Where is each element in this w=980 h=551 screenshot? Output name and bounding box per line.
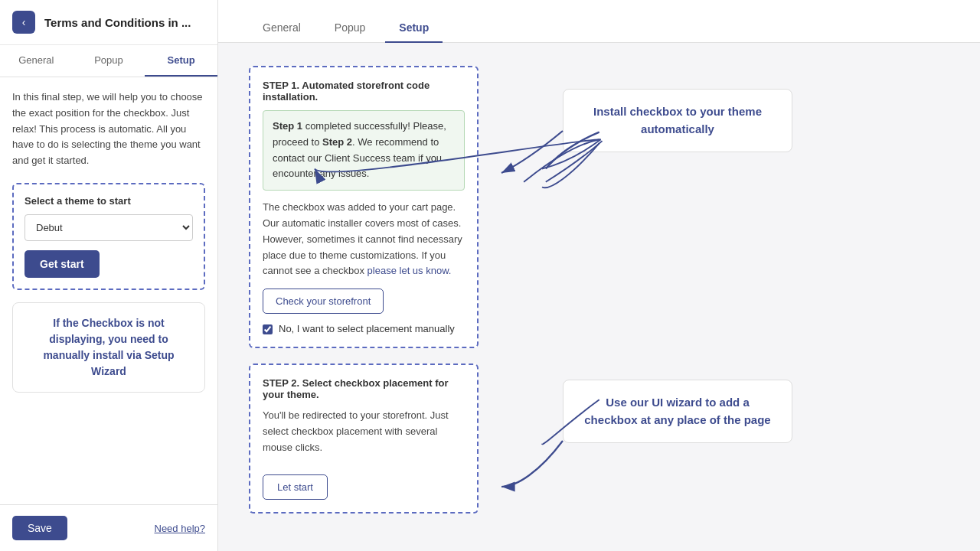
sidebar-tab-popup[interactable]: Popup [73,45,145,77]
step2-header: STEP 2. Select checkbox placement for yo… [263,377,465,400]
main-tab-setup[interactable]: Setup [385,14,443,43]
back-button[interactable]: ‹ [12,11,35,34]
annotation-area: Install checkbox to your theme automatic… [501,73,949,528]
manual-check-label: No, I want to select placement manually [279,323,455,334]
annotations-column: Install checkbox to your theme automatic… [501,66,949,528]
sidebar-tab-general[interactable]: General [0,45,73,77]
annotation2-text: Use our UI wizard to add a checkbox at a… [584,396,770,426]
theme-select-box: Select a theme to start Debut Dawn Minim… [12,183,205,290]
main-tab-popup[interactable]: Popup [321,14,379,43]
annotation2-callout: Use our UI wizard to add a checkbox at a… [563,380,792,443]
save-button[interactable]: Save [12,516,67,540]
step1-header: STEP 1. Automated storefront code instal… [263,80,465,103]
main-tab-general[interactable]: General [249,14,315,43]
step1-bold1: Step 1 [273,120,302,132]
step1-bold2: Step 2 [322,136,352,148]
main-tabs: General Popup Setup [218,0,980,43]
theme-select-input[interactable]: Debut Dawn Minimal Simple [24,214,193,241]
check-storefront-button[interactable]: Check your storefront [263,289,384,314]
theme-select-label: Select a theme to start [24,195,193,207]
let-start-button[interactable]: Let start [263,474,328,500]
steps-column: STEP 1. Automated storefront code instal… [249,66,479,528]
sidebar-footer: Save Need help? [0,504,217,551]
step2-box: STEP 2. Select checkbox placement for yo… [249,364,479,513]
sidebar-title: Terms and Conditions in ... [44,16,191,29]
sidebar-callout-text: If the Checkbox is not displaying, you n… [27,315,191,380]
sidebar-header: ‹ Terms and Conditions in ... [0,0,217,45]
sidebar-content: In this final step, we will help you to … [0,77,217,504]
step1-link[interactable]: please let us know. [368,265,452,276]
sidebar-description: In this final step, we will help you to … [12,90,205,169]
manual-check-row: No, I want to select placement manually [263,323,465,334]
annotation1-text: Install checkbox to your theme automatic… [593,105,762,135]
get-start-button[interactable]: Get start [24,250,100,278]
annotation1-callout: Install checkbox to your theme automatic… [563,89,792,152]
sidebar-tabs: General Popup Setup [0,45,217,77]
need-help-link[interactable]: Need help? [155,523,206,534]
manual-check-input[interactable] [263,324,273,334]
sidebar-callout-box: If the Checkbox is not displaying, you n… [12,302,205,393]
step1-desc: The checkbox was added to your cart page… [263,200,465,279]
step1-success-box: Step 1 completed successfully! Please, p… [263,110,465,191]
sidebar-tab-setup[interactable]: Setup [145,45,217,77]
main-area: General Popup Setup STEP 1. Automated st… [218,0,980,551]
main-content: STEP 1. Automated storefront code instal… [218,43,980,551]
sidebar: ‹ Terms and Conditions in ... General Po… [0,0,218,551]
step1-box: STEP 1. Automated storefront code instal… [249,66,479,348]
step2-desc: You'll be redirected to your storefront.… [263,408,465,455]
